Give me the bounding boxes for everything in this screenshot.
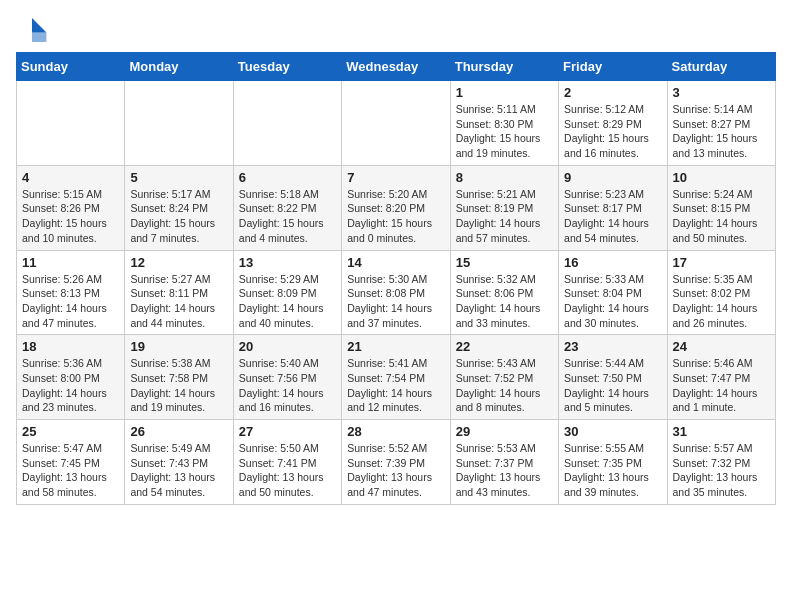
day-info: Sunrise: 5:40 AM Sunset: 7:56 PM Dayligh… [239, 356, 336, 415]
calendar-cell: 10Sunrise: 5:24 AM Sunset: 8:15 PM Dayli… [667, 165, 775, 250]
day-number: 15 [456, 255, 553, 270]
calendar-cell: 31Sunrise: 5:57 AM Sunset: 7:32 PM Dayli… [667, 420, 775, 505]
calendar-cell: 14Sunrise: 5:30 AM Sunset: 8:08 PM Dayli… [342, 250, 450, 335]
calendar: SundayMondayTuesdayWednesdayThursdayFrid… [16, 52, 776, 505]
day-number: 14 [347, 255, 444, 270]
day-info: Sunrise: 5:11 AM Sunset: 8:30 PM Dayligh… [456, 102, 553, 161]
day-info: Sunrise: 5:27 AM Sunset: 8:11 PM Dayligh… [130, 272, 227, 331]
calendar-cell: 9Sunrise: 5:23 AM Sunset: 8:17 PM Daylig… [559, 165, 667, 250]
calendar-cell [342, 81, 450, 166]
day-number: 17 [673, 255, 770, 270]
calendar-week-row: 4Sunrise: 5:15 AM Sunset: 8:26 PM Daylig… [17, 165, 776, 250]
day-info: Sunrise: 5:38 AM Sunset: 7:58 PM Dayligh… [130, 356, 227, 415]
day-number: 25 [22, 424, 119, 439]
calendar-cell: 2Sunrise: 5:12 AM Sunset: 8:29 PM Daylig… [559, 81, 667, 166]
calendar-cell: 20Sunrise: 5:40 AM Sunset: 7:56 PM Dayli… [233, 335, 341, 420]
calendar-cell: 29Sunrise: 5:53 AM Sunset: 7:37 PM Dayli… [450, 420, 558, 505]
day-info: Sunrise: 5:43 AM Sunset: 7:52 PM Dayligh… [456, 356, 553, 415]
day-info: Sunrise: 5:20 AM Sunset: 8:20 PM Dayligh… [347, 187, 444, 246]
day-info: Sunrise: 5:44 AM Sunset: 7:50 PM Dayligh… [564, 356, 661, 415]
calendar-cell [233, 81, 341, 166]
day-number: 23 [564, 339, 661, 354]
day-info: Sunrise: 5:41 AM Sunset: 7:54 PM Dayligh… [347, 356, 444, 415]
calendar-cell: 1Sunrise: 5:11 AM Sunset: 8:30 PM Daylig… [450, 81, 558, 166]
calendar-cell: 25Sunrise: 5:47 AM Sunset: 7:45 PM Dayli… [17, 420, 125, 505]
calendar-cell: 11Sunrise: 5:26 AM Sunset: 8:13 PM Dayli… [17, 250, 125, 335]
calendar-cell: 22Sunrise: 5:43 AM Sunset: 7:52 PM Dayli… [450, 335, 558, 420]
calendar-cell: 3Sunrise: 5:14 AM Sunset: 8:27 PM Daylig… [667, 81, 775, 166]
day-number: 10 [673, 170, 770, 185]
day-number: 26 [130, 424, 227, 439]
day-number: 8 [456, 170, 553, 185]
day-info: Sunrise: 5:52 AM Sunset: 7:39 PM Dayligh… [347, 441, 444, 500]
calendar-cell: 8Sunrise: 5:21 AM Sunset: 8:19 PM Daylig… [450, 165, 558, 250]
day-number: 31 [673, 424, 770, 439]
day-info: Sunrise: 5:29 AM Sunset: 8:09 PM Dayligh… [239, 272, 336, 331]
calendar-week-row: 1Sunrise: 5:11 AM Sunset: 8:30 PM Daylig… [17, 81, 776, 166]
calendar-cell: 15Sunrise: 5:32 AM Sunset: 8:06 PM Dayli… [450, 250, 558, 335]
logo-icon [16, 16, 48, 44]
col-header-wednesday: Wednesday [342, 53, 450, 81]
day-number: 24 [673, 339, 770, 354]
calendar-cell: 28Sunrise: 5:52 AM Sunset: 7:39 PM Dayli… [342, 420, 450, 505]
day-info: Sunrise: 5:50 AM Sunset: 7:41 PM Dayligh… [239, 441, 336, 500]
day-info: Sunrise: 5:26 AM Sunset: 8:13 PM Dayligh… [22, 272, 119, 331]
calendar-header-row: SundayMondayTuesdayWednesdayThursdayFrid… [17, 53, 776, 81]
calendar-cell: 30Sunrise: 5:55 AM Sunset: 7:35 PM Dayli… [559, 420, 667, 505]
day-info: Sunrise: 5:49 AM Sunset: 7:43 PM Dayligh… [130, 441, 227, 500]
day-info: Sunrise: 5:12 AM Sunset: 8:29 PM Dayligh… [564, 102, 661, 161]
day-info: Sunrise: 5:46 AM Sunset: 7:47 PM Dayligh… [673, 356, 770, 415]
col-header-thursday: Thursday [450, 53, 558, 81]
page-header [16, 16, 776, 44]
day-number: 27 [239, 424, 336, 439]
calendar-cell: 6Sunrise: 5:18 AM Sunset: 8:22 PM Daylig… [233, 165, 341, 250]
calendar-cell: 18Sunrise: 5:36 AM Sunset: 8:00 PM Dayli… [17, 335, 125, 420]
day-info: Sunrise: 5:23 AM Sunset: 8:17 PM Dayligh… [564, 187, 661, 246]
calendar-cell: 21Sunrise: 5:41 AM Sunset: 7:54 PM Dayli… [342, 335, 450, 420]
day-number: 11 [22, 255, 119, 270]
day-info: Sunrise: 5:32 AM Sunset: 8:06 PM Dayligh… [456, 272, 553, 331]
day-number: 3 [673, 85, 770, 100]
day-info: Sunrise: 5:35 AM Sunset: 8:02 PM Dayligh… [673, 272, 770, 331]
day-number: 22 [456, 339, 553, 354]
calendar-cell: 7Sunrise: 5:20 AM Sunset: 8:20 PM Daylig… [342, 165, 450, 250]
calendar-cell: 16Sunrise: 5:33 AM Sunset: 8:04 PM Dayli… [559, 250, 667, 335]
calendar-cell: 17Sunrise: 5:35 AM Sunset: 8:02 PM Dayli… [667, 250, 775, 335]
day-info: Sunrise: 5:18 AM Sunset: 8:22 PM Dayligh… [239, 187, 336, 246]
logo [16, 16, 52, 44]
calendar-cell: 5Sunrise: 5:17 AM Sunset: 8:24 PM Daylig… [125, 165, 233, 250]
day-number: 12 [130, 255, 227, 270]
day-info: Sunrise: 5:33 AM Sunset: 8:04 PM Dayligh… [564, 272, 661, 331]
col-header-tuesday: Tuesday [233, 53, 341, 81]
day-number: 21 [347, 339, 444, 354]
day-number: 19 [130, 339, 227, 354]
day-info: Sunrise: 5:30 AM Sunset: 8:08 PM Dayligh… [347, 272, 444, 331]
svg-marker-1 [32, 32, 46, 42]
svg-marker-0 [32, 18, 46, 32]
day-number: 7 [347, 170, 444, 185]
day-number: 13 [239, 255, 336, 270]
day-info: Sunrise: 5:55 AM Sunset: 7:35 PM Dayligh… [564, 441, 661, 500]
calendar-cell: 4Sunrise: 5:15 AM Sunset: 8:26 PM Daylig… [17, 165, 125, 250]
day-number: 20 [239, 339, 336, 354]
calendar-cell: 12Sunrise: 5:27 AM Sunset: 8:11 PM Dayli… [125, 250, 233, 335]
calendar-cell [125, 81, 233, 166]
col-header-sunday: Sunday [17, 53, 125, 81]
calendar-week-row: 25Sunrise: 5:47 AM Sunset: 7:45 PM Dayli… [17, 420, 776, 505]
col-header-monday: Monday [125, 53, 233, 81]
day-number: 28 [347, 424, 444, 439]
day-number: 4 [22, 170, 119, 185]
day-info: Sunrise: 5:57 AM Sunset: 7:32 PM Dayligh… [673, 441, 770, 500]
day-number: 16 [564, 255, 661, 270]
day-info: Sunrise: 5:36 AM Sunset: 8:00 PM Dayligh… [22, 356, 119, 415]
day-number: 30 [564, 424, 661, 439]
col-header-friday: Friday [559, 53, 667, 81]
day-info: Sunrise: 5:24 AM Sunset: 8:15 PM Dayligh… [673, 187, 770, 246]
calendar-week-row: 11Sunrise: 5:26 AM Sunset: 8:13 PM Dayli… [17, 250, 776, 335]
col-header-saturday: Saturday [667, 53, 775, 81]
day-info: Sunrise: 5:17 AM Sunset: 8:24 PM Dayligh… [130, 187, 227, 246]
day-info: Sunrise: 5:21 AM Sunset: 8:19 PM Dayligh… [456, 187, 553, 246]
day-info: Sunrise: 5:53 AM Sunset: 7:37 PM Dayligh… [456, 441, 553, 500]
calendar-cell: 26Sunrise: 5:49 AM Sunset: 7:43 PM Dayli… [125, 420, 233, 505]
day-number: 9 [564, 170, 661, 185]
